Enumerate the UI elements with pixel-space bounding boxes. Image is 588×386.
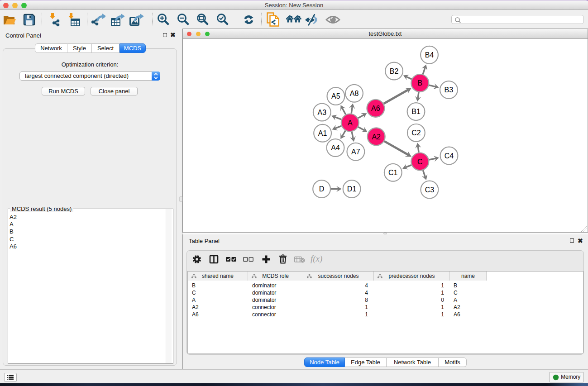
svg-text:C4: C4 bbox=[445, 152, 454, 160]
svg-text:A1: A1 bbox=[318, 129, 327, 137]
svg-text:C2: C2 bbox=[411, 129, 421, 137]
svg-text:D1: D1 bbox=[347, 185, 357, 193]
svg-text:A: A bbox=[348, 119, 353, 127]
svg-text:B1: B1 bbox=[411, 108, 421, 115]
svg-text:B2: B2 bbox=[390, 67, 399, 75]
svg-text:B: B bbox=[417, 79, 422, 87]
svg-text:A7: A7 bbox=[351, 148, 360, 156]
svg-text:D: D bbox=[319, 185, 325, 193]
svg-text:A8: A8 bbox=[350, 90, 359, 97]
svg-text:C: C bbox=[417, 158, 423, 166]
svg-text:B4: B4 bbox=[425, 51, 434, 59]
svg-text:A2: A2 bbox=[372, 133, 381, 141]
svg-text:C3: C3 bbox=[425, 186, 435, 194]
svg-text:A3: A3 bbox=[318, 109, 327, 116]
svg-text:B3: B3 bbox=[445, 86, 454, 94]
svg-text:A4: A4 bbox=[331, 144, 340, 152]
svg-text:A5: A5 bbox=[331, 92, 340, 100]
svg-text:A6: A6 bbox=[371, 105, 380, 112]
svg-text:C1: C1 bbox=[388, 169, 398, 176]
